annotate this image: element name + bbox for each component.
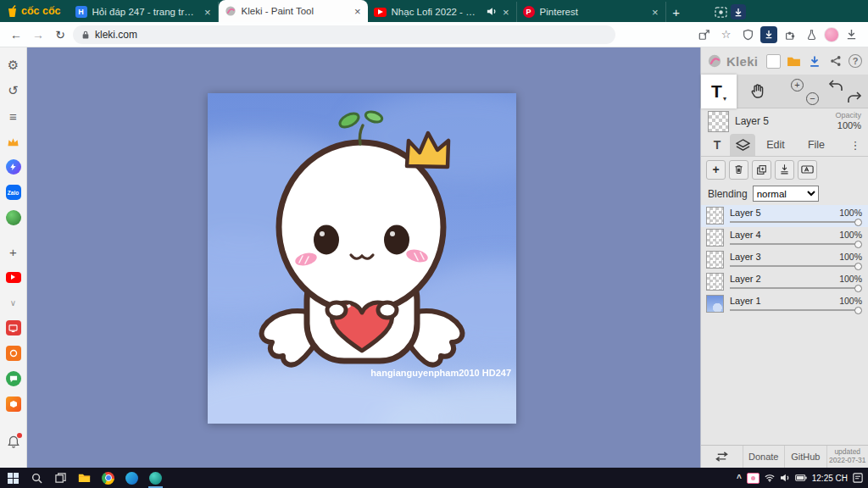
add-shortcut-button[interactable]: + — [4, 242, 23, 261]
zoom-out-button[interactable]: − — [806, 92, 819, 105]
downloads-tray-icon[interactable] — [842, 25, 861, 44]
duplicate-layer-button[interactable] — [752, 160, 771, 180]
add-layer-button[interactable]: + — [706, 160, 726, 180]
help-button[interactable]: ? — [849, 54, 862, 68]
layer-opacity-slider[interactable] — [730, 243, 860, 245]
zoom-in-button[interactable]: + — [791, 79, 804, 92]
download-manager-button[interactable] — [731, 4, 746, 19]
crown-rewards-icon[interactable] — [4, 132, 23, 151]
coccoc-taskbar-button[interactable] — [144, 468, 167, 488]
notifications-bell-icon[interactable] — [4, 432, 23, 451]
profile-avatar[interactable] — [824, 27, 839, 42]
merge-layer-button[interactable] — [775, 160, 794, 180]
extensions-puzzle-icon[interactable] — [780, 25, 799, 44]
network-icon[interactable] — [765, 474, 775, 482]
active-layer-thumbnail[interactable] — [708, 111, 729, 132]
share-icon[interactable] — [694, 25, 714, 44]
taskbar-search-button[interactable] — [25, 468, 48, 488]
tab-pinterest[interactable]: P Pinterest × — [517, 2, 666, 22]
zalo-icon[interactable]: Zalo — [4, 183, 23, 202]
taskbar-clock[interactable]: 12:25 CH — [812, 474, 848, 483]
layer-opacity-slider[interactable] — [730, 287, 860, 289]
tab-layers[interactable] — [730, 134, 755, 156]
layer-row-2[interactable]: Layer 2 100% — [701, 271, 868, 293]
coccoc-cup-icon — [7, 5, 18, 18]
tab-hoidap247[interactable]: H Hỏi đáp 247 - trang tra loi... × — [70, 2, 219, 22]
slider-knob[interactable] — [854, 307, 862, 314]
tab-close-icon[interactable]: × — [651, 6, 659, 19]
tab-kleki[interactable]: Kleki - Paint Tool × — [219, 0, 368, 22]
panel-menu-button[interactable]: ⋮ — [846, 134, 865, 156]
blending-select[interactable]: normal — [753, 186, 819, 202]
screen-capture-icon[interactable] — [712, 3, 731, 20]
news-feed-icon[interactable]: ≡ — [4, 107, 23, 125]
reload-button[interactable]: ↻ — [51, 28, 70, 42]
new-tab-button[interactable]: + — [666, 2, 687, 22]
volume-icon[interactable] — [780, 474, 790, 482]
task-view-button[interactable] — [49, 468, 72, 488]
messenger-icon[interactable] — [4, 158, 23, 176]
open-file-button[interactable] — [785, 53, 802, 69]
input-method-indicator[interactable] — [747, 473, 760, 484]
windows-taskbar: ^ 12:25 CH — [0, 468, 868, 488]
layer-opacity-slider[interactable] — [730, 309, 860, 311]
chrome-taskbar-button[interactable] — [97, 468, 120, 488]
collapse-chevron-icon[interactable]: ∨ — [4, 293, 23, 312]
tab-close-icon[interactable]: × — [502, 6, 510, 19]
new-image-button[interactable] — [766, 54, 781, 69]
coccoc-menu-button[interactable]: cốc cốc — [0, 0, 70, 22]
remove-layer-button[interactable] — [729, 160, 748, 180]
paint-canvas[interactable]: hangianguyenpham2010 HD247 — [208, 93, 516, 424]
github-link[interactable]: GitHub — [785, 446, 827, 468]
slider-knob[interactable] — [854, 241, 862, 248]
layer-row-5[interactable]: Layer 5 100% — [701, 205, 868, 227]
tab-close-icon[interactable]: × — [353, 5, 362, 18]
save-image-button[interactable] — [806, 53, 823, 69]
file-explorer-button[interactable] — [73, 468, 96, 488]
rename-layer-button[interactable] — [798, 160, 817, 180]
history-icon[interactable]: ↺ — [4, 81, 23, 100]
green-app-icon[interactable] — [4, 369, 23, 388]
bookmark-star-icon[interactable]: ☆ — [716, 25, 736, 44]
action-center-button[interactable] — [853, 473, 863, 483]
swap-button[interactable] — [701, 446, 743, 468]
text-tool-button[interactable]: T ▾ — [701, 75, 737, 108]
kleki-workspace: hangianguyenpham2010 HD247 — [27, 47, 700, 468]
tab-youtube-lofi[interactable]: Nhạc Lofi 2022 - Những... × — [368, 2, 517, 22]
layer-row-4[interactable]: Layer 4 100% — [701, 227, 868, 249]
tab-audio-speaker-icon[interactable] — [487, 7, 497, 18]
layer-row-3[interactable]: Layer 3 100% — [701, 249, 868, 271]
lazada-app-icon[interactable] — [4, 395, 23, 413]
forward-button[interactable]: → — [29, 28, 47, 42]
redo-button[interactable] — [847, 92, 862, 103]
active-download-button[interactable] — [760, 26, 777, 43]
share-button[interactable] — [827, 53, 844, 69]
tab-text-settings[interactable]: T — [704, 134, 730, 156]
game-app-icon[interactable] — [4, 208, 23, 227]
youtube-sidebar-icon[interactable] — [4, 268, 23, 286]
hand-tool-button[interactable] — [740, 75, 776, 108]
start-button[interactable] — [2, 468, 25, 488]
battery-icon[interactable] — [795, 474, 807, 481]
edge-taskbar-button[interactable] — [120, 468, 143, 488]
undo-button[interactable] — [828, 80, 843, 92]
slider-knob[interactable] — [854, 219, 862, 226]
layer-row-1[interactable]: Layer 1 100% — [701, 293, 868, 315]
live-tv-app-icon[interactable] — [4, 319, 23, 337]
back-button[interactable]: ← — [7, 28, 25, 42]
url-bar[interactable]: kleki.com — [73, 25, 615, 44]
tray-expand-icon[interactable]: ^ — [737, 474, 742, 483]
layer-opacity-slider[interactable] — [730, 221, 860, 223]
settings-gear-icon[interactable]: ⚙ — [4, 56, 23, 75]
slider-knob[interactable] — [854, 285, 862, 292]
donate-link[interactable]: Donate — [743, 446, 786, 468]
tools-flask-icon[interactable] — [802, 25, 821, 44]
tab-file[interactable]: File — [796, 134, 837, 156]
tab-close-icon[interactable]: × — [203, 6, 212, 19]
slider-knob[interactable] — [854, 263, 862, 270]
layer-opacity-slider[interactable] — [730, 265, 860, 267]
opacity-label: Opacity — [835, 112, 861, 120]
orange-app-icon[interactable] — [4, 344, 23, 363]
tab-edit[interactable]: Edit — [755, 134, 796, 156]
shield-icon[interactable] — [738, 25, 758, 44]
